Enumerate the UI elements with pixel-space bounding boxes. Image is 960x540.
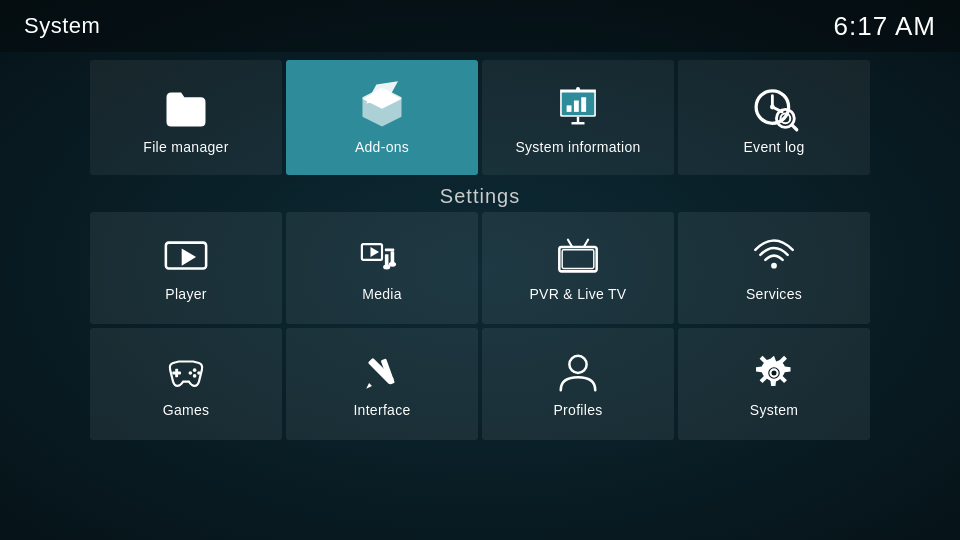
top-item-event-log[interactable]: Event log <box>678 60 870 175</box>
svg-point-12 <box>576 87 580 91</box>
clock: 6:17 AM <box>834 11 936 42</box>
grid-item-profiles[interactable]: Profiles <box>482 328 674 440</box>
top-item-file-manager[interactable]: File manager <box>90 60 282 175</box>
profiles-icon <box>555 350 601 396</box>
svg-rect-29 <box>559 247 596 271</box>
games-icon <box>163 350 209 396</box>
svg-rect-30 <box>562 250 594 269</box>
svg-point-36 <box>193 368 197 372</box>
svg-marker-21 <box>182 248 196 265</box>
media-label: Media <box>362 286 402 302</box>
system-information-label: System information <box>515 139 640 155</box>
grid-item-player[interactable]: Player <box>90 212 282 324</box>
top-item-system-information[interactable]: System information <box>482 60 674 175</box>
svg-point-43 <box>569 356 586 373</box>
grid-item-pvr-live-tv[interactable]: PVR & Live TV <box>482 212 674 324</box>
services-icon <box>751 234 797 280</box>
svg-rect-6 <box>567 105 572 112</box>
top-item-add-ons[interactable]: Add-ons <box>286 60 478 175</box>
app-title: System <box>24 13 100 39</box>
grid-item-interface[interactable]: Interface <box>286 328 478 440</box>
svg-marker-41 <box>366 383 372 389</box>
player-icon <box>163 234 209 280</box>
event-log-label: Event log <box>743 139 804 155</box>
file-manager-label: File manager <box>143 139 228 155</box>
services-label: Services <box>746 286 802 302</box>
media-icon <box>359 234 405 280</box>
svg-point-33 <box>771 263 777 269</box>
profiles-label: Profiles <box>553 402 602 418</box>
player-label: Player <box>165 286 206 302</box>
pvr-live-tv-icon <box>555 234 601 280</box>
svg-line-19 <box>792 124 797 129</box>
svg-point-39 <box>189 371 193 375</box>
system-icon <box>751 350 797 396</box>
settings-row-1: Player Media PVR & Live TV <box>0 212 960 324</box>
grid-item-media[interactable]: Media <box>286 212 478 324</box>
svg-rect-8 <box>581 97 586 112</box>
pvr-live-tv-label: PVR & Live TV <box>529 286 626 302</box>
svg-point-26 <box>383 265 390 270</box>
add-ons-icon <box>356 81 408 133</box>
grid-item-services[interactable]: Services <box>678 212 870 324</box>
svg-point-37 <box>197 371 201 375</box>
top-bar: System 6:17 AM <box>0 0 960 52</box>
event-log-icon <box>748 81 800 133</box>
add-ons-label: Add-ons <box>355 139 409 155</box>
svg-point-38 <box>193 374 197 378</box>
svg-point-27 <box>389 262 396 267</box>
interface-label: Interface <box>353 402 410 418</box>
grid-item-games[interactable]: Games <box>90 328 282 440</box>
system-label: System <box>750 402 798 418</box>
top-row: File manager Add-ons <box>0 52 960 179</box>
grid-item-system[interactable]: System <box>678 328 870 440</box>
interface-icon <box>359 350 405 396</box>
games-label: Games <box>163 402 210 418</box>
svg-rect-7 <box>574 100 579 111</box>
settings-row-2: Games Interface Profiles System <box>0 328 960 440</box>
svg-marker-23 <box>371 247 380 257</box>
svg-rect-28 <box>385 248 394 251</box>
system-information-icon <box>552 81 604 133</box>
svg-rect-35 <box>172 372 181 375</box>
file-manager-icon <box>160 81 212 133</box>
settings-section-label: Settings <box>0 185 960 208</box>
